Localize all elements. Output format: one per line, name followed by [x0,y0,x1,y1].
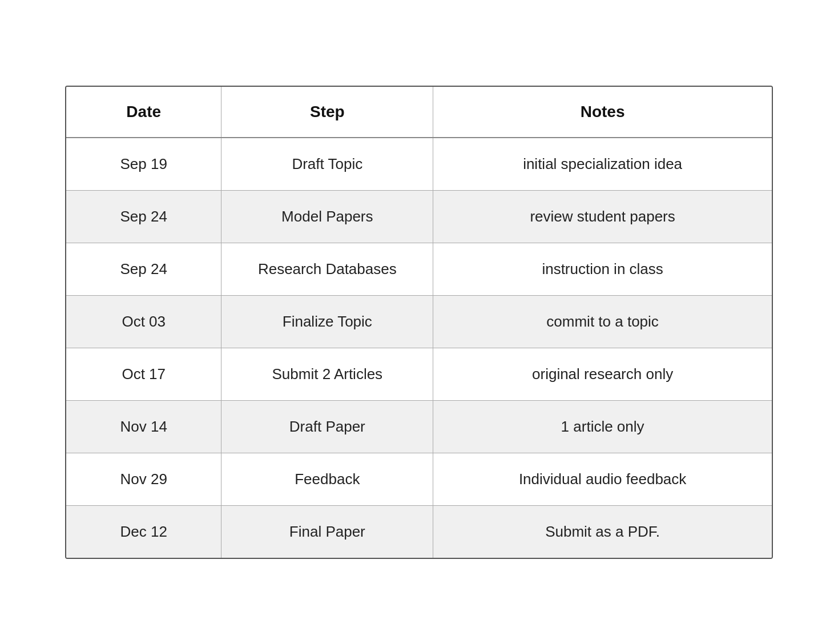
notes-header: Notes [433,87,772,138]
cell-date: Oct 17 [66,348,221,400]
cell-step: Research Databases [221,243,433,295]
table-row: Sep 24Research Databasesinstruction in c… [66,243,772,295]
cell-date: Sep 24 [66,190,221,243]
table-body: Sep 19Draft Topicinitial specialization … [66,138,772,558]
table-row: Sep 19Draft Topicinitial specialization … [66,138,772,191]
table-row: Oct 03Finalize Topiccommit to a topic [66,295,772,348]
cell-step: Draft Paper [221,400,433,453]
cell-notes: initial specialization idea [433,138,772,191]
cell-notes: original research only [433,348,772,400]
cell-date: Nov 29 [66,453,221,505]
table-row: Dec 12Final PaperSubmit as a PDF. [66,505,772,558]
cell-notes: commit to a topic [433,295,772,348]
header-row: Date Step Notes [66,87,772,138]
table-header: Date Step Notes [66,87,772,138]
schedule-table-container: Date Step Notes Sep 19Draft Topicinitial… [65,86,773,559]
cell-notes: review student papers [433,190,772,243]
date-header: Date [66,87,221,138]
step-header: Step [221,87,433,138]
cell-step: Submit 2 Articles [221,348,433,400]
table-row: Oct 17Submit 2 Articlesoriginal research… [66,348,772,400]
cell-notes: instruction in class [433,243,772,295]
cell-notes: Submit as a PDF. [433,505,772,558]
cell-date: Sep 24 [66,243,221,295]
cell-notes: Individual audio feedback [433,453,772,505]
cell-step: Model Papers [221,190,433,243]
cell-step: Final Paper [221,505,433,558]
cell-date: Dec 12 [66,505,221,558]
cell-date: Nov 14 [66,400,221,453]
schedule-table: Date Step Notes Sep 19Draft Topicinitial… [66,87,772,558]
cell-date: Oct 03 [66,295,221,348]
cell-step: Draft Topic [221,138,433,191]
table-row: Nov 29FeedbackIndividual audio feedback [66,453,772,505]
cell-notes: 1 article only [433,400,772,453]
cell-step: Finalize Topic [221,295,433,348]
table-row: Nov 14Draft Paper1 article only [66,400,772,453]
table-row: Sep 24Model Papersreview student papers [66,190,772,243]
cell-step: Feedback [221,453,433,505]
cell-date: Sep 19 [66,138,221,191]
